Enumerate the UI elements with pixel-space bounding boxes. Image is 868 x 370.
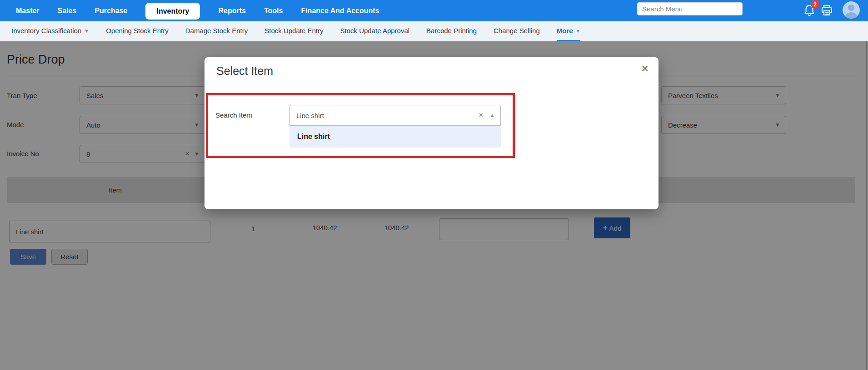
chevron-up-icon[interactable]: ▲ [489, 112, 495, 118]
notification-count-badge: 2 [811, 0, 819, 9]
subnav-item-opening-stock-entry[interactable]: Opening Stock Entry [106, 21, 169, 41]
subnav-item-inventory-classification[interactable]: Inventory Classification ▼ [11, 21, 89, 41]
subnav-item-change-selling[interactable]: Change Selling [494, 21, 540, 41]
subnav-item-more[interactable]: More ▼ [557, 21, 581, 41]
search-results-dropdown: Line shirt [289, 126, 501, 148]
subnav-item-label: More [557, 27, 573, 35]
subnav-item-stock-update-approval[interactable]: Stock Update Approval [340, 21, 410, 41]
user-avatar[interactable] [843, 1, 860, 19]
nav-item-sales[interactable]: Sales [58, 7, 77, 15]
nav-item-master[interactable]: Master [16, 7, 40, 15]
nav-item-inventory[interactable]: Inventory [145, 3, 200, 20]
top-navbar: Master Sales Purchase Inventory Reports … [0, 0, 868, 21]
search-item-input[interactable] [296, 112, 479, 119]
modal-title: Select Item [216, 64, 273, 78]
search-item-combobox[interactable]: × ▲ [289, 105, 501, 126]
top-nav-menu: Master Sales Purchase Inventory Reports … [0, 0, 379, 21]
close-icon[interactable]: × [641, 63, 649, 75]
subnav-item-barcode-printing[interactable]: Barcode Printing [426, 21, 477, 41]
nav-item-tools[interactable]: Tools [264, 7, 283, 15]
nav-item-reports[interactable]: Reports [218, 7, 245, 15]
nav-item-finance[interactable]: Finance And Accounts [301, 7, 379, 15]
chevron-down-icon: ▼ [576, 28, 581, 34]
dropdown-option-line-shirt[interactable]: Line shirt [289, 133, 501, 141]
search-menu-input[interactable] [637, 2, 743, 15]
subnav-item-stock-update-entry[interactable]: Stock Update Entry [264, 21, 323, 41]
select-item-modal: Select Item × Search Item × ▲ Line shirt [205, 57, 658, 209]
printer-icon[interactable] [821, 5, 833, 16]
chevron-down-icon: ▼ [84, 28, 89, 34]
subnav-item-label: Inventory Classification [11, 27, 81, 35]
clear-icon[interactable]: × [479, 111, 483, 120]
subnav-item-damage-stock-entry[interactable]: Damage Stock Entry [185, 21, 248, 41]
nav-item-purchase[interactable]: Purchase [95, 7, 127, 15]
inventory-subnav: Inventory Classification ▼ Opening Stock… [0, 21, 868, 41]
search-item-label: Search Item [215, 111, 252, 119]
